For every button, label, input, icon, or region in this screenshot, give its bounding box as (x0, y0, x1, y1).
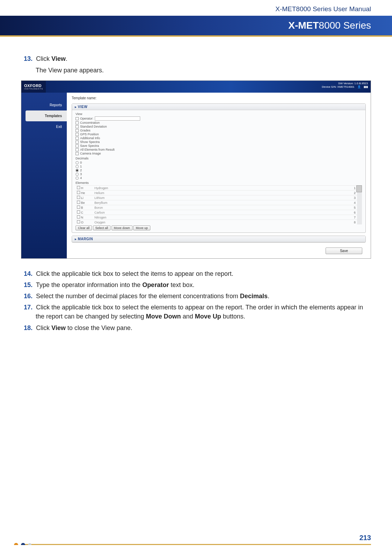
status-area: SW Version: 1.0.B.9523 Device S/N: XMET5… (319, 81, 371, 93)
rad-0[interactable] (76, 161, 79, 164)
chk-operator[interactable] (76, 117, 79, 120)
rad-3[interactable] (76, 173, 79, 176)
series-banner: X-MET8000 Series (0, 16, 392, 37)
manual-title: X-MET8000 Series User Manual (0, 0, 392, 16)
sidebar-exit[interactable]: Exit (21, 121, 67, 132)
ss-titlebar: OXFORD INSTRUMENTS SW Version: 1.0.B.952… (21, 81, 371, 93)
save-button[interactable]: Save (326, 248, 362, 254)
signal-icon: ▮▮▮ (364, 85, 368, 89)
step-15: 15. Type the operator information into t… (36, 280, 371, 289)
table-row: CCarbon6 (76, 210, 357, 215)
banner-light: 8000 Series (319, 20, 371, 31)
table-row: HeHelium2 (76, 191, 357, 195)
chk-allelem[interactable] (76, 148, 79, 151)
footer-rule (21, 544, 371, 545)
decimals-header: Decimals (76, 157, 362, 160)
ss-sidebar: Reports Templates Exit (21, 93, 67, 258)
template-name-label: Template name: (72, 96, 97, 100)
step-16: 16. Select the number of decimal places … (36, 292, 371, 301)
chk-elem[interactable] (77, 210, 80, 214)
step-num: 13. (24, 54, 34, 63)
chk-stddev[interactable] (76, 125, 79, 128)
step-14: 14. Click the applicable tick box to sel… (36, 269, 371, 278)
dot-icon (28, 543, 31, 545)
table-row: BBoron5 (76, 205, 357, 210)
ss-main: Template name: VIEW View Operator: Conce… (67, 93, 371, 258)
operator-input[interactable] (95, 116, 140, 121)
move-up-button[interactable]: Move up (133, 225, 150, 230)
chk-savespec[interactable] (76, 144, 79, 148)
chk-elem[interactable] (77, 196, 80, 199)
rad-2[interactable] (76, 169, 79, 172)
rad-4[interactable] (76, 177, 79, 180)
chk-elem[interactable] (77, 201, 80, 204)
select-all-button[interactable]: Select all (93, 225, 111, 230)
margin-panel: MARGIN (72, 236, 366, 243)
table-row: HHydrogen1 (76, 186, 357, 191)
table-row: LiLithium3 (76, 195, 357, 200)
step-13-sub: The View pane appears. (36, 67, 371, 74)
footer-dots (14, 543, 31, 545)
sidebar-templates[interactable]: Templates (26, 110, 67, 121)
chk-elem[interactable] (77, 186, 80, 189)
user-icon: 👤 (357, 85, 361, 89)
view-panel-header[interactable]: VIEW (72, 104, 365, 110)
page-footer: 213 (0, 534, 392, 545)
rad-1[interactable] (76, 165, 79, 168)
chk-elem[interactable] (77, 206, 80, 209)
chk-elem[interactable] (77, 215, 80, 218)
dot-icon (21, 543, 25, 545)
clear-all-button[interactable]: Clear all (76, 225, 92, 230)
step-17: 17. Click the applicable tick box to sel… (36, 303, 371, 321)
view-subheader: View (76, 112, 362, 116)
table-row: NNitrogen7 (76, 215, 357, 220)
table-row: BeBeryllium4 (76, 200, 357, 205)
banner-bold: X-MET (288, 20, 319, 31)
chk-addinfo[interactable] (76, 137, 79, 140)
chk-showspec[interactable] (76, 141, 79, 144)
sidebar-reports[interactable]: Reports (21, 100, 67, 110)
elements-header: Elements (76, 181, 362, 185)
step-18: 18. Click View to close the View pane. (36, 323, 371, 332)
page-number: 213 (0, 534, 392, 542)
chk-grades[interactable] (76, 129, 79, 132)
margin-panel-header[interactable]: MARGIN (72, 236, 365, 242)
screenshot-view-pane: OXFORD INSTRUMENTS SW Version: 1.0.B.952… (21, 80, 371, 259)
view-panel: VIEW View Operator: Concentration Standa… (72, 103, 366, 233)
dot-icon (14, 543, 18, 545)
elements-table: HHydrogen1 HeHelium2 LiLithium3 BeBeryll… (76, 185, 357, 224)
table-row: OOxygen8 (76, 220, 357, 225)
step-13: 13. Click View. (36, 54, 371, 63)
oxford-logo: OXFORD INSTRUMENTS (21, 81, 46, 93)
chk-gps[interactable] (76, 133, 79, 136)
move-down-button[interactable]: Move down (112, 225, 133, 230)
chk-camera[interactable] (76, 152, 79, 155)
chk-elem[interactable] (77, 191, 80, 194)
chk-elem[interactable] (77, 220, 80, 223)
chk-concentration[interactable] (76, 121, 79, 124)
